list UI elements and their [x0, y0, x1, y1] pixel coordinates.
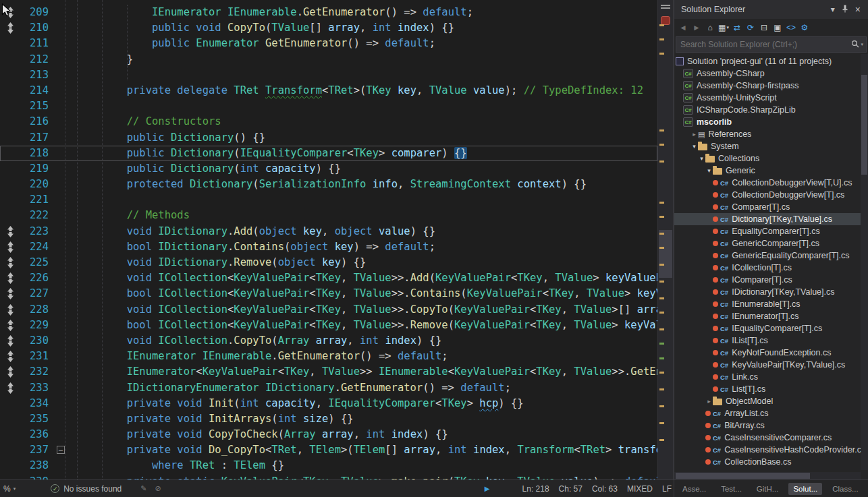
- code-line[interactable]: 223 void IDictionary.Add(object key, obj…: [0, 224, 657, 239]
- tree-item[interactable]: C#IEnumerable[T].cs: [674, 298, 868, 310]
- tree-horizontal-scrollbar[interactable]: [674, 472, 861, 479]
- tree-item[interactable]: C#GenericEqualityComparer[T].cs: [674, 250, 868, 262]
- tree-item[interactable]: C#CollectionBase.cs: [674, 456, 868, 468]
- tree-item[interactable]: C#BitArray.cs: [674, 419, 868, 432]
- forward-icon[interactable]: ►: [690, 22, 703, 34]
- pencil-icon[interactable]: ✎: [140, 484, 146, 493]
- chevron-expanded-icon[interactable]: ▾: [705, 167, 713, 174]
- scrollbar-thumb[interactable]: [659, 230, 672, 278]
- properties-icon[interactable]: ⚙: [798, 22, 811, 34]
- line-number[interactable]: 216: [20, 114, 53, 129]
- tree-item[interactable]: C#IComparer[T].cs: [674, 274, 868, 286]
- chevron-collapsed-icon[interactable]: ▸: [705, 398, 713, 405]
- line-number[interactable]: 211: [20, 36, 53, 51]
- tree-item[interactable]: C#IList[T].cs: [674, 334, 868, 347]
- show-all-files-icon[interactable]: ▣: [771, 22, 784, 34]
- member-glyph-icon[interactable]: [0, 224, 20, 239]
- code-line[interactable]: 222 // Methods: [0, 208, 657, 223]
- line-number[interactable]: 210: [20, 20, 53, 36]
- scrollbar-right-arrow-icon[interactable]: ▶: [485, 485, 490, 492]
- line-number[interactable]: 213: [20, 67, 53, 83]
- code-line[interactable]: 235 private void InitArrays(int size) {}: [0, 411, 657, 427]
- code-line[interactable]: 217 public Dictionary() {}: [0, 130, 657, 146]
- chevron-expanded-icon[interactable]: ▾: [698, 155, 705, 162]
- member-glyph-icon[interactable]: [0, 239, 20, 255]
- tree-item[interactable]: C#CaseInsensitiveHashCodeProvider.cs: [674, 444, 868, 456]
- tree-vertical-scrollbar[interactable]: [861, 54, 868, 470]
- tree-item[interactable]: ▸▤References: [674, 128, 868, 140]
- column-indicator[interactable]: Col: 63: [592, 484, 618, 494]
- code-line[interactable]: 209 IEnumerator IEnumerable.GetEnumerato…: [0, 5, 657, 20]
- member-glyph-icon[interactable]: [0, 302, 20, 318]
- line-number[interactable]: 234: [20, 396, 53, 411]
- code-line[interactable]: 213: [0, 67, 657, 83]
- code-line[interactable]: 232 IEnumerator<KeyValuePair<TKey, TValu…: [0, 364, 657, 380]
- code-line[interactable]: 239 private static KeyValuePair<TKey, TV…: [0, 474, 657, 479]
- code-line[interactable]: 225 void IDictionary.Remove(object key) …: [0, 255, 657, 270]
- code-line[interactable]: 238 where TRet : TElem {}: [0, 458, 657, 473]
- line-number[interactable]: 220: [20, 177, 53, 192]
- view-code-icon[interactable]: <>: [785, 22, 797, 34]
- chevron-expanded-icon[interactable]: ▾: [690, 143, 698, 150]
- switch-views-icon[interactable]: ▦▾: [717, 22, 730, 34]
- collapse-all-icon[interactable]: ⊟: [758, 22, 770, 34]
- line-number[interactable]: 229: [20, 318, 53, 333]
- line-number[interactable]: 212: [20, 52, 53, 67]
- member-glyph-icon[interactable]: [0, 20, 20, 36]
- line-number[interactable]: 219: [20, 161, 53, 177]
- code-line[interactable]: 229 bool ICollection<KeyValuePair<TKey, …: [0, 318, 657, 333]
- line-number[interactable]: 217: [20, 130, 53, 146]
- member-glyph-icon[interactable]: [0, 255, 20, 270]
- tool-tab-asse[interactable]: Asse...: [678, 483, 711, 495]
- tree-item[interactable]: C#Assembly-CSharp: [674, 67, 868, 80]
- search-chevron-down-icon[interactable]: ▾: [861, 42, 863, 47]
- code-line[interactable]: 228 void ICollection<KeyValuePair<TKey, …: [0, 302, 657, 318]
- line-number[interactable]: 235: [20, 411, 53, 427]
- tree-item[interactable]: ▾Collections: [674, 152, 868, 165]
- line-number[interactable]: 228: [20, 302, 53, 318]
- no-edit-icon[interactable]: ⊘: [155, 484, 161, 493]
- close-icon[interactable]: ×: [852, 3, 864, 16]
- pin-icon[interactable]: [838, 3, 852, 16]
- sync-with-active-document-icon[interactable]: ⇄: [731, 22, 743, 34]
- code-line[interactable]: 224 bool IDictionary.Contains(object key…: [0, 239, 657, 255]
- line-number[interactable]: 238: [20, 458, 53, 473]
- tree-item[interactable]: C#Assembly-CSharp-firstpass: [674, 80, 868, 92]
- tree-item[interactable]: C#Comparer[T].cs: [674, 201, 868, 213]
- member-glyph-icon[interactable]: [0, 270, 20, 286]
- tree-item[interactable]: C#List[T].cs: [674, 383, 868, 395]
- code-line[interactable]: 216 // Constructors: [0, 114, 657, 129]
- tree-item[interactable]: C#IEqualityComparer[T].cs: [674, 322, 868, 334]
- scrollbar-thumb[interactable]: [861, 75, 867, 175]
- code-line[interactable]: 226 void ICollection<KeyValuePair<TKey, …: [0, 270, 657, 286]
- code-line[interactable]: 237– private void Do_CopyTo<TRet, TElem>…: [0, 442, 657, 458]
- line-number[interactable]: 230: [20, 333, 53, 349]
- member-glyph-icon[interactable]: [0, 349, 20, 364]
- tree-item[interactable]: C#mscorlib: [674, 116, 868, 128]
- code-line[interactable]: 219 public Dictionary(int capacity) {}: [0, 161, 657, 177]
- tool-tab-solut[interactable]: Solut...: [788, 483, 822, 495]
- code-line[interactable]: 227 bool ICollection<KeyValuePair<TKey, …: [0, 286, 657, 301]
- tree-item[interactable]: ▾System: [674, 140, 868, 152]
- line-number[interactable]: 237: [20, 442, 53, 458]
- code-line[interactable]: 236 private void CopyToCheck(Array array…: [0, 427, 657, 442]
- line-number[interactable]: 223: [20, 224, 53, 239]
- tree-item[interactable]: C#Link.cs: [674, 371, 868, 383]
- line-number[interactable]: 214: [20, 83, 53, 98]
- tree-item[interactable]: C#ICollection[T].cs: [674, 262, 868, 274]
- code-line[interactable]: 231 IEnumerator IEnumerable.GetEnumerato…: [0, 349, 657, 364]
- tree-item[interactable]: ▸ObjectModel: [674, 395, 868, 407]
- tree-item[interactable]: C#IEnumerator[T].cs: [674, 310, 868, 322]
- collapse-region-icon[interactable]: –: [57, 446, 65, 454]
- back-icon[interactable]: ◄: [677, 22, 689, 34]
- tree-item[interactable]: C#CaseInsensitiveComparer.cs: [674, 432, 868, 444]
- tree-item[interactable]: C#CollectionDebuggerView[T,U].cs: [674, 177, 868, 189]
- home-icon[interactable]: ⌂: [704, 22, 716, 34]
- tree-item[interactable]: C#EqualityComparer[T].cs: [674, 225, 868, 237]
- document-health-indicator[interactable]: ✓ No issues found: [51, 484, 121, 494]
- editor-scrollbar[interactable]: [657, 0, 674, 479]
- tree-item[interactable]: C#IDictionary[TKey,TValue].cs: [674, 286, 868, 298]
- code-line[interactable]: 233 IDictionaryEnumerator IDictionary.Ge…: [0, 380, 657, 396]
- code-line[interactable]: 215: [0, 98, 657, 114]
- code-line[interactable]: 214 private delegate TRet Transform<TRet…: [0, 83, 657, 98]
